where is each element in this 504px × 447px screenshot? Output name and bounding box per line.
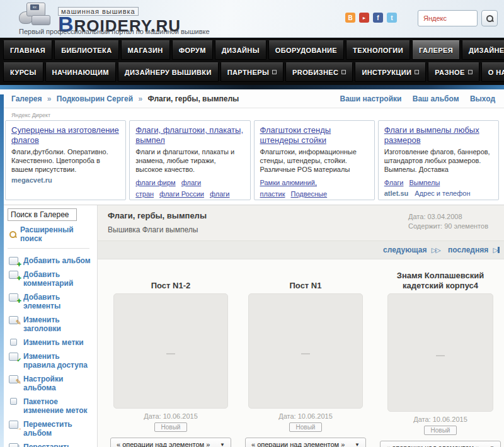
tag-icon xyxy=(10,398,17,405)
item-title[interactable]: Знамя Колпашевский кадетский корпус4 xyxy=(379,268,502,291)
action-add-elements[interactable]: Добавить элементы xyxy=(8,290,97,313)
nav-partnery[interactable]: ПАРТНЕРЫ xyxy=(220,62,284,82)
action-edit-titles[interactable]: Изменить заголовки xyxy=(8,313,97,336)
page-arrow-icon xyxy=(9,421,18,429)
breadcrumb-galereya[interactable]: Галерея xyxy=(11,94,42,103)
item-thumbnail[interactable] xyxy=(248,293,363,409)
ad-sublink[interactable]: флаги фирм xyxy=(135,179,175,186)
social-links: B ► f t xyxy=(345,13,397,23)
ad-sublink[interactable]: Вымпелы xyxy=(409,179,440,186)
advanced-search-link[interactable]: Расширенный поиск xyxy=(9,225,97,243)
blogger-icon[interactable]: B xyxy=(345,13,355,23)
ad-title-link[interactable]: Флаги, флагштоки, плакаты, вымпел xyxy=(135,125,244,145)
search-button[interactable] xyxy=(481,10,498,26)
ad-body: Флаги и флагштоки, плакаты и знамена, лю… xyxy=(135,147,244,174)
ad-links: Рамки алюминий, пластикПодвесные системы… xyxy=(260,176,369,200)
pen-icon xyxy=(9,316,18,324)
breadcrumb-separator: » xyxy=(138,94,142,103)
site-header: icc машинная вышивка BROIDERY.RU Первый … xyxy=(0,0,504,38)
yandex-search xyxy=(418,10,498,26)
nav-dizaynery[interactable]: ДИЗАЙНЕРЫ xyxy=(462,40,504,60)
ad-body: Флагштоки, информационные стенды, штенде… xyxy=(260,147,369,174)
last-page-link[interactable]: последняя xyxy=(448,246,488,254)
page: icc машинная вышивка BROIDERY.RU Первый … xyxy=(0,0,504,447)
item-title[interactable]: Пост N1 xyxy=(290,268,322,291)
ad-contact-link[interactable]: Адрес и телефон xyxy=(415,190,470,197)
gallery-search-input[interactable] xyxy=(8,208,77,221)
item-thumbnail[interactable] xyxy=(113,293,228,409)
ad-domain[interactable]: megacvet.ru xyxy=(11,176,52,184)
album-main: Флаги, гербы, вымпелы Вышивка Флаги вымп… xyxy=(98,205,504,447)
sidebar-divider xyxy=(8,248,89,249)
action-edit-tags[interactable]: Изменить метки xyxy=(8,336,97,349)
item-operations-dropdown[interactable]: « операции над элементом » ▼ xyxy=(245,438,366,447)
item-date: Дата: 10.06.2015 xyxy=(144,412,198,420)
pen-check-icon xyxy=(9,353,18,361)
album-items: Пост N1-2 Дата: 10.06.2015 Новый « опера… xyxy=(98,259,504,447)
nav-probiznes[interactable]: PROБИЗНЕС xyxy=(285,62,353,82)
nav-glavnaya[interactable]: ГЛАВНАЯ xyxy=(3,40,52,60)
ad-megaflag: Флаги, флагштоки, плакаты, вымпел Флаги … xyxy=(129,120,250,200)
breadcrumb-author[interactable]: Подковырин Сергей xyxy=(57,94,133,103)
dropdown-marker-icon xyxy=(415,70,419,74)
nav-dizayneru-vyshivki[interactable]: ДИЗАЙНЕРУ ВЫШИВКИ xyxy=(118,62,219,82)
breadcrumb: Галерея » Подковырин Сергей » Флаги, гер… xyxy=(11,94,239,103)
action-add-album[interactable]: Добавить альбом xyxy=(8,254,97,268)
search-input[interactable] xyxy=(418,10,478,26)
your-album-link[interactable]: Ваш альбом xyxy=(413,94,459,103)
nav-magazin[interactable]: МАГАЗИН xyxy=(121,40,170,60)
broken-image-icon xyxy=(166,353,175,354)
ad-sublink[interactable]: Флаги xyxy=(384,179,404,186)
next-page-icon[interactable]: ▷▷ xyxy=(432,246,440,254)
item-operations-dropdown[interactable]: « операции над элементом » ▼ xyxy=(110,438,231,447)
yandex-direct-label: Яндекс Директ xyxy=(0,108,504,120)
item-thumbnail[interactable] xyxy=(387,293,493,412)
nav-forum[interactable]: ФОРУМ xyxy=(172,40,213,60)
item-title[interactable]: Пост N1-2 xyxy=(151,268,191,291)
ad-atlet: Флаги и вымпелы любых размеров Изготовле… xyxy=(378,120,499,200)
ad-sublink[interactable]: флаги России xyxy=(159,190,204,198)
nav-instruktsii[interactable]: ИНСТРУКЦИИ xyxy=(355,62,426,82)
comment-plus-icon xyxy=(9,271,18,279)
dropdown-marker-icon xyxy=(272,70,277,74)
logout-link[interactable]: Выход xyxy=(470,94,495,103)
next-page-link[interactable]: следующая xyxy=(383,246,427,254)
album-item-2: Пост N1 Дата: 10.06.2015 Новый « операци… xyxy=(244,268,367,447)
ad-title-link[interactable]: Флагштоки стенды штендеры стойки xyxy=(260,125,369,145)
nav-galereya[interactable]: ГАЛЕРЕЯ xyxy=(412,40,460,60)
album-date: Дата: 03.04.2008 xyxy=(408,212,488,222)
action-rearrange-element[interactable]: Переставить элемент xyxy=(8,440,97,447)
action-album-settings[interactable]: Настройки альбома xyxy=(8,372,97,395)
item-date: Дата: 10.06.2015 xyxy=(413,416,467,423)
item-operations-dropdown[interactable]: « операции над элементом » ▼ xyxy=(380,441,501,447)
action-batch-tags[interactable]: Пакетное изменение меток xyxy=(8,395,97,417)
new-badge: Новый xyxy=(154,422,188,432)
nav-raznoe[interactable]: РАЗНОЕ xyxy=(428,62,479,82)
your-settings-link[interactable]: Ваши настройки xyxy=(340,94,401,103)
ad-title-link[interactable]: Суперцены на изготовление флагов xyxy=(11,125,120,145)
twitter-icon[interactable]: t xyxy=(387,13,397,23)
nav-nachinayushchim[interactable]: НАЧИНАЮЩИМ xyxy=(45,62,116,82)
new-badge: Новый xyxy=(289,422,323,432)
nav-dizayny[interactable]: ДИЗАЙНЫ xyxy=(215,40,266,60)
youtube-icon[interactable]: ► xyxy=(359,13,369,23)
nav-o-nas[interactable]: О НАС xyxy=(481,62,504,82)
nav-kursy[interactable]: КУРСЫ xyxy=(3,62,43,82)
user-links: Ваши настройки Ваш альбом Выход xyxy=(331,94,495,103)
album-header: Флаги, гербы, вымпелы Вышивка Флаги вымп… xyxy=(98,205,504,240)
nav-biblioteka[interactable]: БИБЛИОТЕКА xyxy=(54,40,118,60)
action-edit-access-rules[interactable]: Изменить правила доступа xyxy=(8,349,97,372)
nav-tehnologii[interactable]: ТЕХНОЛОГИИ xyxy=(346,40,410,60)
breadcrumb-current: Флаги, гербы, вымпелы xyxy=(147,94,239,103)
facebook-icon[interactable]: f xyxy=(373,13,383,23)
ad-domain[interactable]: atlet.su xyxy=(384,190,409,197)
last-page-icon[interactable]: ▷ xyxy=(493,246,500,254)
nav-glow-divider xyxy=(0,85,504,89)
action-add-comment[interactable]: Добавить комментарий xyxy=(8,268,97,290)
action-move-album[interactable]: Переместить альбом xyxy=(8,417,97,440)
ad-title-link[interactable]: Флаги и вымпелы любых размеров xyxy=(384,125,493,145)
nav-row-1: ГЛАВНАЯ БИБЛИОТЕКА МАГАЗИН ФОРУМ ДИЗАЙНЫ… xyxy=(3,40,501,60)
nav-oborudovanie[interactable]: ОБОРУДОВАНИЕ xyxy=(268,40,344,60)
album-title: Флаги, гербы, вымпелы xyxy=(108,211,207,220)
broidery-logo-icon: icc xyxy=(18,3,54,29)
